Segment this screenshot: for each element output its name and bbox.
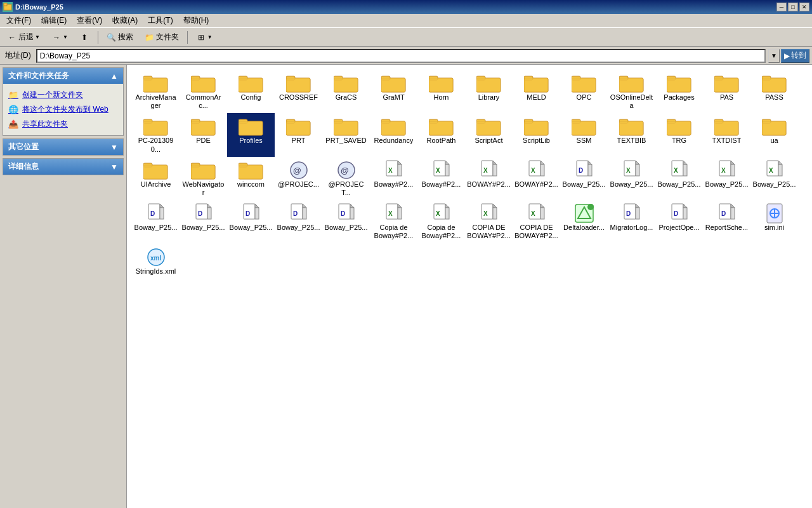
list-item[interactable]: PAS bbox=[703, 70, 750, 113]
list-item[interactable]: ua bbox=[750, 113, 798, 156]
file-icon: X bbox=[527, 203, 547, 224]
list-item[interactable]: X Boway_P25... bbox=[655, 157, 703, 200]
address-dropdown-button[interactable]: ▼ bbox=[768, 49, 780, 63]
sidebar: 文件和文件夹任务 ▲ 📁 创建一个新文件夹 🌐 将这个文件夹发布到 Web 📤 … bbox=[0, 65, 127, 508]
list-item[interactable]: GraCS bbox=[322, 70, 370, 113]
menu-item[interactable]: 编辑(E) bbox=[37, 14, 70, 27]
go-button[interactable]: ▶ 转到 bbox=[781, 49, 809, 63]
list-item[interactable]: ArchiveManager bbox=[132, 70, 180, 113]
list-item[interactable]: RootPath bbox=[417, 113, 465, 156]
folder-icon bbox=[239, 73, 264, 93]
file-icon: D bbox=[669, 203, 690, 224]
list-item[interactable]: X BOWAY#P2... bbox=[465, 157, 513, 200]
list-item[interactable]: ScriptLib bbox=[513, 113, 560, 156]
list-item[interactable]: D Boway_P25... bbox=[227, 200, 275, 243]
list-item[interactable]: ScriptAct bbox=[465, 113, 513, 156]
list-item[interactable]: X Boway_P25... bbox=[608, 157, 655, 200]
list-item[interactable]: CROSSREF bbox=[275, 70, 322, 113]
list-item[interactable]: TRG bbox=[655, 113, 703, 156]
folders-button[interactable]: 📁 文件夹 bbox=[140, 30, 183, 45]
list-item[interactable]: D Boway_P25... bbox=[275, 200, 322, 243]
list-item[interactable]: X Copia deBoway#P2... bbox=[370, 200, 417, 243]
list-item[interactable]: PRT bbox=[275, 113, 322, 156]
file-label: TXTDIST bbox=[712, 137, 742, 145]
file-label: Copia deBoway#P2... bbox=[422, 224, 461, 240]
list-item[interactable]: winccom bbox=[227, 157, 275, 200]
list-item[interactable]: Library bbox=[465, 70, 513, 113]
list-item[interactable]: UIArchive bbox=[132, 157, 180, 200]
publish-web-label: 将这个文件夹发布到 Web bbox=[22, 104, 108, 115]
details-header[interactable]: 详细信息 ▼ bbox=[3, 159, 123, 175]
list-item[interactable]: Config bbox=[227, 70, 275, 113]
list-item[interactable]: D Boway_P25... bbox=[132, 200, 180, 243]
file-icon: @ bbox=[289, 160, 309, 180]
menu-item[interactable]: 文件(F) bbox=[3, 14, 35, 27]
titlebar-left: D:\Boway_P25 bbox=[3, 2, 63, 12]
menu-item[interactable]: 帮助(H) bbox=[180, 14, 213, 27]
list-item[interactable]: Redundancy bbox=[370, 113, 417, 156]
list-item[interactable]: D ProjectOpe... bbox=[655, 200, 703, 243]
address-input[interactable] bbox=[36, 49, 766, 63]
list-item[interactable]: @ @PROJECT... bbox=[322, 157, 370, 200]
maximize-button[interactable]: □ bbox=[788, 3, 798, 11]
list-item[interactable]: Horn bbox=[417, 70, 465, 113]
list-item[interactable]: Deltaloader... bbox=[560, 200, 608, 243]
list-item[interactable]: Profiles bbox=[227, 113, 275, 156]
up-button[interactable]: ⬆ bbox=[75, 30, 94, 45]
create-folder-label: 创建一个新文件夹 bbox=[22, 90, 83, 100]
list-item[interactable]: X Boway_P25... bbox=[750, 157, 798, 200]
list-item[interactable]: GraMT bbox=[370, 70, 417, 113]
menu-item[interactable]: 工具(T) bbox=[144, 14, 176, 27]
list-item[interactable]: PC-2013090... bbox=[132, 113, 180, 156]
toolbar: ← 后退 ▼ → ▼ ⬆ 🔍 搜索 📁 文件夹 ⊞ ▼ bbox=[0, 28, 812, 47]
list-item[interactable]: X Boway_P25... bbox=[703, 157, 750, 200]
list-item[interactable]: D Boway_P25... bbox=[322, 200, 370, 243]
list-item[interactable]: Packages bbox=[655, 70, 703, 113]
list-item[interactable]: SSM bbox=[560, 113, 608, 156]
close-button[interactable]: ✕ bbox=[799, 3, 809, 11]
list-item[interactable]: sim.ini bbox=[750, 200, 798, 243]
list-item[interactable]: TEXTBIB bbox=[608, 113, 655, 156]
list-item[interactable]: X COPIA DEBOWAY#P2... bbox=[513, 200, 560, 243]
list-item[interactable]: X Boway#P2... bbox=[370, 157, 417, 200]
svg-rect-61 bbox=[381, 121, 405, 135]
list-item[interactable]: TXTDIST bbox=[703, 113, 750, 156]
other-header[interactable]: 其它位置 ▼ bbox=[3, 139, 123, 155]
svg-marker-132 bbox=[778, 161, 782, 164]
list-item[interactable]: D MigratorLog... bbox=[608, 200, 655, 243]
sidebar-publish-web[interactable]: 🌐 将这个文件夹发布到 Web bbox=[7, 102, 119, 117]
sidebar-share-folder[interactable]: 📤 共享此文件夹 bbox=[7, 117, 119, 131]
list-item[interactable]: X Boway#P2... bbox=[417, 157, 465, 200]
menu-item[interactable]: 收藏(A) bbox=[108, 14, 141, 27]
search-button[interactable]: 🔍 搜索 bbox=[102, 30, 138, 45]
minimize-button[interactable]: ─ bbox=[776, 3, 787, 11]
file-icon bbox=[574, 203, 594, 224]
list-item[interactable]: PASS bbox=[750, 70, 798, 113]
view-button[interactable]: ⊞ ▼ bbox=[192, 30, 217, 45]
tasks-header[interactable]: 文件和文件夹任务 ▲ bbox=[3, 68, 123, 84]
file-label: @PROJECT... bbox=[324, 180, 368, 197]
file-area[interactable]: ArchiveManager CommonArc... Config CROSS… bbox=[127, 65, 812, 508]
list-item[interactable]: @ @PROJEC... bbox=[275, 157, 322, 200]
list-item[interactable]: X Copia deBoway#P2... bbox=[417, 200, 465, 243]
svg-point-173 bbox=[587, 204, 594, 210]
forward-button[interactable]: → ▼ bbox=[47, 30, 72, 45]
list-item[interactable]: D Boway_P25... bbox=[180, 200, 227, 243]
list-item[interactable]: PRT_SAVED bbox=[322, 113, 370, 156]
list-item[interactable]: WebNavigator bbox=[180, 157, 227, 200]
list-item[interactable]: CommonArc... bbox=[180, 70, 227, 113]
sidebar-create-folder[interactable]: 📁 创建一个新文件夹 bbox=[7, 88, 119, 102]
list-item[interactable]: MELD bbox=[513, 70, 560, 113]
list-item[interactable]: xml StringIds.xml bbox=[132, 244, 180, 279]
list-item[interactable]: OSOnlineDelta bbox=[608, 70, 655, 113]
folder-icon bbox=[429, 116, 454, 137]
list-item[interactable]: OPC bbox=[560, 70, 608, 113]
list-item[interactable]: X BOWAY#P2... bbox=[513, 157, 560, 200]
menu-item[interactable]: 查看(V) bbox=[73, 14, 106, 27]
back-button[interactable]: ← 后退 ▼ bbox=[3, 30, 44, 45]
list-item[interactable]: X COPIA DEBOWAY#P2... bbox=[465, 200, 513, 243]
list-item[interactable]: PDE bbox=[180, 113, 227, 156]
addressbar: 地址(D) ▼ ▶ 转到 bbox=[0, 47, 812, 65]
list-item[interactable]: D ReportSche... bbox=[703, 200, 750, 243]
list-item[interactable]: D Boway_P25... bbox=[560, 157, 608, 200]
